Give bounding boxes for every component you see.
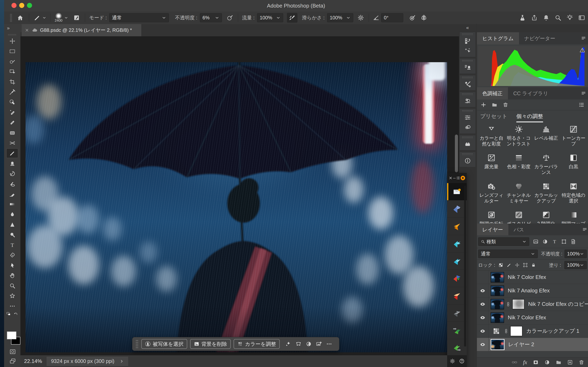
filter-type-icon[interactable]: T bbox=[552, 239, 557, 244]
layer-thumbnail[interactable] bbox=[491, 272, 504, 283]
panel-menu-icon[interactable] bbox=[581, 36, 586, 41]
tool-content-aware-move[interactable] bbox=[6, 138, 18, 148]
layer-row-3[interactable]: Nik 7 Color Efex bbox=[477, 311, 588, 324]
adjustment-3[interactable]: トーンカーブ bbox=[560, 125, 587, 147]
toolbar-collapse[interactable]: » bbox=[4, 24, 23, 32]
tool-patch[interactable] bbox=[6, 128, 18, 138]
layer-visibility-toggle[interactable] bbox=[477, 284, 489, 297]
taskbar-f-adj-button[interactable] bbox=[305, 340, 313, 348]
tool-clone-stamp[interactable] bbox=[6, 159, 18, 168]
document-tab[interactable]: G88.psdc @ 22.1% (レイヤー 2, RGB/8) * bbox=[22, 24, 141, 36]
pressure-size-icon[interactable] bbox=[409, 14, 416, 21]
tool-history-brush[interactable] bbox=[6, 169, 18, 178]
link-layers-icon[interactable] bbox=[512, 359, 517, 365]
quick-mask-button[interactable] bbox=[9, 349, 17, 355]
home-icon[interactable] bbox=[17, 14, 24, 21]
nik-analog-efex[interactable] bbox=[447, 235, 467, 252]
layer-name[interactable]: レイヤー 2 bbox=[508, 341, 534, 348]
filter-smart-object-icon[interactable] bbox=[571, 239, 576, 244]
tool-brush[interactable] bbox=[6, 149, 18, 158]
swap-colors-icon[interactable] bbox=[13, 312, 18, 317]
tab-navigator[interactable]: ナビゲーター bbox=[519, 32, 561, 44]
zoom-level[interactable]: 22.14% bbox=[24, 358, 42, 364]
taskbar-t-dots-button[interactable] bbox=[325, 340, 333, 348]
foreground-color-swatch[interactable] bbox=[7, 332, 16, 339]
nik-dfine[interactable] bbox=[447, 252, 467, 270]
layer-thumbnail[interactable] bbox=[491, 312, 504, 323]
tool-spot-healing[interactable] bbox=[6, 108, 18, 117]
layer-mask-thumbnail[interactable] bbox=[510, 326, 522, 336]
tool-move[interactable] bbox=[6, 36, 18, 46]
angle-input[interactable]: 0° bbox=[381, 13, 403, 22]
dock-history-button[interactable] bbox=[463, 36, 472, 45]
nik-viveza[interactable] bbox=[447, 270, 467, 287]
tool-pen[interactable] bbox=[6, 250, 18, 260]
layer-style-fx-icon[interactable]: fx bbox=[523, 359, 527, 366]
taskbar-button-1[interactable]: 背景を削除 bbox=[190, 339, 231, 349]
nik-collection-home[interactable] bbox=[447, 183, 467, 200]
nik-color-efex[interactable] bbox=[447, 218, 467, 235]
dock-grip[interactable] bbox=[462, 93, 473, 95]
brush-panel-toggle-icon[interactable] bbox=[73, 14, 80, 21]
fill-select[interactable]: 100% bbox=[564, 261, 587, 269]
layer-visibility-toggle[interactable] bbox=[477, 311, 489, 324]
add-adjustment-icon[interactable] bbox=[481, 102, 486, 108]
layer-visibility-toggle[interactable] bbox=[477, 298, 489, 311]
new-layer-icon[interactable] bbox=[567, 359, 573, 365]
layer-visibility-toggle[interactable] bbox=[477, 338, 489, 351]
tab-histogram[interactable]: ヒストグラム bbox=[477, 32, 519, 44]
trash-icon[interactable] bbox=[503, 102, 508, 108]
taskbar-button-2[interactable]: カラーを調整 bbox=[233, 339, 280, 349]
color-swatches[interactable] bbox=[7, 332, 20, 345]
adjustment-8[interactable]: レンズフィルター bbox=[478, 182, 505, 204]
tool-eyedropper[interactable] bbox=[6, 87, 18, 97]
dock-ai-button[interactable] bbox=[463, 46, 472, 55]
taskbar-grip[interactable] bbox=[136, 340, 138, 349]
adjustment-5[interactable]: 色相・彩度 bbox=[505, 154, 532, 175]
nik-settings-gear-icon[interactable] bbox=[450, 358, 455, 364]
beta-beaker-icon[interactable] bbox=[519, 14, 526, 21]
screen-mode-button[interactable] bbox=[9, 358, 17, 365]
layer-name[interactable]: Nik 7 Color Efex bbox=[508, 314, 546, 321]
new-group-icon[interactable] bbox=[556, 359, 562, 365]
panel-menu-icon[interactable] bbox=[582, 227, 587, 232]
tool-healing-brush[interactable] bbox=[6, 118, 18, 127]
tab-paths[interactable]: パス bbox=[508, 224, 529, 236]
layer-filter-search[interactable]: 種類 bbox=[478, 237, 529, 246]
filter-shape-icon[interactable] bbox=[561, 239, 567, 244]
adjustment-6[interactable]: カラーバランス bbox=[532, 154, 560, 175]
layer-row-0[interactable]: Nik 7 Color Efex bbox=[477, 271, 588, 284]
list-view-icon[interactable] bbox=[579, 102, 584, 108]
options-grip[interactable] bbox=[10, 14, 12, 22]
layer-thumbnail[interactable] bbox=[491, 285, 504, 296]
layer-name[interactable]: Nik 7 Analog Efex bbox=[508, 287, 550, 294]
tool-sharpen[interactable] bbox=[6, 220, 18, 229]
doc-size-box[interactable]: 9324 px x 6000 px (300 ppi) bbox=[47, 357, 128, 366]
adjustment-4[interactable]: 露光量 bbox=[478, 154, 505, 175]
tool-zoom[interactable] bbox=[6, 281, 18, 291]
pressure-opacity-icon[interactable] bbox=[226, 14, 233, 21]
taskbar-button-0[interactable]: 被写体を選択 bbox=[141, 339, 187, 349]
canvas-image[interactable] bbox=[26, 62, 447, 352]
tool-selection-brush[interactable] bbox=[6, 57, 18, 66]
taskbar-t-imgplus-button[interactable] bbox=[315, 340, 323, 348]
brush-tool-icon[interactable] bbox=[34, 14, 41, 21]
brush-preset-picker[interactable]: 2400 bbox=[55, 13, 62, 23]
mode-select[interactable]: 通常 bbox=[109, 13, 169, 22]
layer-name[interactable]: Nik 7 Color Efex のコピー bbox=[528, 300, 588, 308]
panel-menu-icon[interactable] bbox=[581, 91, 586, 96]
minimize-icon[interactable]: – bbox=[453, 175, 456, 181]
layer-visibility-toggle[interactable] bbox=[477, 324, 489, 338]
group-folder-icon[interactable] bbox=[492, 102, 497, 108]
nik-palette-titlebar[interactable]: – bbox=[447, 173, 467, 183]
search-icon[interactable] bbox=[554, 14, 562, 21]
add-mask-icon[interactable] bbox=[533, 359, 539, 365]
nik-scrollbar[interactable] bbox=[464, 185, 466, 347]
layer-opacity-select[interactable]: 100% bbox=[564, 250, 587, 258]
smoothing-select[interactable]: 100% bbox=[327, 13, 353, 22]
dock-channels-button[interactable] bbox=[463, 123, 472, 132]
tool-eraser[interactable] bbox=[6, 189, 18, 199]
tool-type[interactable]: T bbox=[6, 240, 18, 250]
airbrush-toggle[interactable] bbox=[287, 13, 297, 23]
tool-hand[interactable] bbox=[6, 271, 18, 280]
